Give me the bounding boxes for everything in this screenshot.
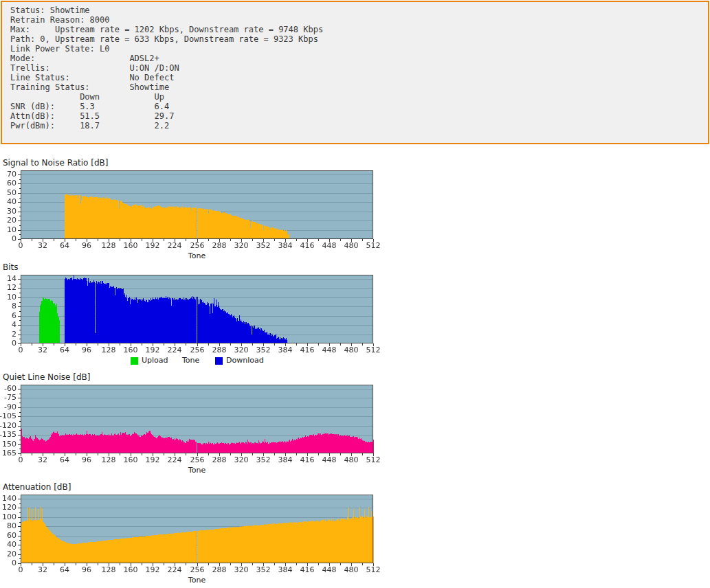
upload-legend-item: Upload (131, 357, 168, 365)
status-table-header: Down Up (10, 92, 700, 102)
bits-chart-title: Bits (3, 262, 399, 272)
bits-chart-canvas (0, 272, 385, 356)
bits-legend: Upload Tone Download (0, 356, 399, 367)
qln-chart: Quiet Line Noise [dB] Tone (0, 372, 399, 475)
status-line-snr: SNR (dB): 5.3 6.4 (10, 102, 700, 111)
snr-x-axis-label: Tone (21, 251, 373, 261)
attenuation-x-axis-label: Tone (21, 576, 373, 585)
snr-chart-title: Signal to Noise Ratio [dB] (3, 158, 399, 168)
attenuation-chart: Attenuation [dB] Tone (0, 482, 399, 585)
status-line-trellis: Trellis: U:ON /D:ON (10, 63, 700, 73)
dsl-status-summary: Status: Showtime Retrain Reason: 8000 Ma… (1, 1, 709, 144)
attenuation-chart-title: Attenuation [dB] (3, 482, 399, 492)
qln-chart-title: Quiet Line Noise [dB] (3, 372, 399, 382)
snr-chart: Signal to Noise Ratio [dB] Tone (0, 158, 399, 261)
status-line-mode: Mode: ADSL2+ (10, 54, 700, 63)
upload-legend-label: Upload (142, 357, 168, 365)
attenuation-chart-canvas (0, 492, 385, 576)
bits-x-axis-label: Tone (182, 356, 199, 365)
bits-chart: Bits Upload Tone Download (0, 262, 399, 367)
status-line-pwr: Pwr(dBm): 18.7 2.2 (10, 121, 700, 131)
status-line-retrain-reason: Retrain Reason: 8000 (10, 15, 700, 25)
download-legend-swatch (215, 357, 223, 365)
download-legend-item: Download (215, 357, 264, 365)
upload-legend-swatch (131, 357, 138, 365)
status-line-max-rates: Max: Upstream rate = 1202 Kbps, Downstre… (10, 25, 700, 34)
snr-chart-canvas (0, 168, 385, 251)
status-line-status: Status: Showtime (10, 5, 700, 15)
status-line-attn: Attn(dB): 51.5 29.7 (10, 111, 700, 121)
status-line-path-rates: Path: 0, Upstream rate = 633 Kbps, Downs… (10, 34, 700, 44)
dsl-status-page: Status: Showtime Retrain Reason: 8000 Ma… (0, 1, 710, 585)
status-line-line-status: Line Status: No Defect (10, 73, 700, 82)
charts-section: Signal to Noise Ratio [dB] Tone Bits Upl… (0, 158, 710, 585)
status-line-training-status: Training Status: Showtime (10, 82, 700, 92)
qln-chart-canvas (0, 382, 385, 466)
status-line-link-power-state: Link Power State: L0 (10, 44, 700, 54)
qln-x-axis-label: Tone (21, 466, 373, 475)
download-legend-label: Download (226, 357, 264, 365)
